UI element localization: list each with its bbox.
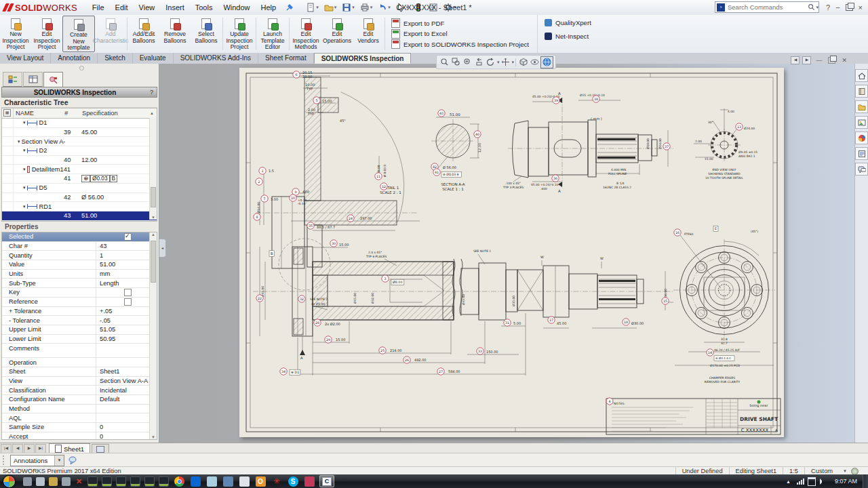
edit-operations-button[interactable]: EditOperations: [321, 16, 353, 52]
taskbar-quick-launch-2[interactable]: [36, 477, 45, 486]
taskbar-sw-doc-1[interactable]: [87, 476, 98, 487]
balloon-1[interactable]: 1: [259, 167, 266, 174]
export-to-pdf-button[interactable]: Export to PDF: [391, 18, 529, 28]
property-value[interactable]: [96, 298, 157, 306]
balloon-2[interactable]: 2: [256, 178, 262, 185]
balloon-38[interactable]: 38: [593, 96, 599, 102]
status-caret[interactable]: ▼: [839, 469, 851, 473]
prev-sheet-button[interactable]: ◀: [12, 444, 23, 453]
tab-sheet-format[interactable]: Sheet Format: [258, 53, 314, 64]
taskbar-sw-doc-5[interactable]: [144, 476, 155, 487]
collapse-all-button[interactable]: ▦: [3, 109, 11, 117]
tree-row-section view a-a[interactable]: ▾Section View A-A: [2, 137, 157, 146]
property-value[interactable]: 51.00: [96, 260, 157, 269]
taskbar-clock[interactable]: 9:07 AM: [835, 478, 857, 485]
tree-scrollbar[interactable]: ▼: [149, 118, 157, 220]
property-value[interactable]: [96, 413, 157, 422]
search-scope-icon[interactable]: ›: [717, 3, 725, 12]
balloon-12[interactable]: 12: [380, 183, 387, 190]
property-value[interactable]: [96, 405, 157, 413]
balloon-8[interactable]: 8: [254, 214, 260, 220]
create-new-template-button[interactable]: CreateNewtemplate: [62, 16, 95, 52]
action-center-icon[interactable]: [808, 477, 816, 486]
tab-view-layout[interactable]: View Layout: [0, 53, 51, 64]
inspection-addin-tab[interactable]: [43, 72, 63, 87]
balloon-25[interactable]: 25: [379, 347, 386, 354]
balloon-22[interactable]: 22: [256, 295, 263, 302]
property-value[interactable]: [96, 288, 157, 297]
export-to-solidworks-inspection-project-button[interactable]: Export to SOLIDWORKS Inspection Project: [391, 39, 529, 49]
balloon-30[interactable]: 30: [330, 240, 337, 247]
pin-menu-icon[interactable]: [285, 3, 294, 12]
design-library-tab[interactable]: [855, 85, 868, 98]
balloon-33[interactable]: 33: [477, 348, 484, 354]
menu-file[interactable]: File: [87, 2, 110, 13]
balloon-6[interactable]: 6: [293, 71, 300, 78]
property-value[interactable]: -.05: [96, 316, 157, 325]
taskbar-active-window[interactable]: C: [319, 475, 334, 487]
balloon-31[interactable]: 31: [504, 319, 511, 326]
tree-row-detailitem141[interactable]: ▾DetailItem141: [2, 165, 157, 174]
taskbar-app-red-blue[interactable]: [304, 476, 315, 487]
balloon-17[interactable]: 17: [548, 317, 555, 323]
balloon-27[interactable]: 27: [437, 368, 444, 375]
rotate-view-icon[interactable]: [485, 57, 496, 68]
view-settings-icon[interactable]: [540, 56, 553, 68]
menu-insert[interactable]: Insert: [160, 2, 190, 13]
file-explorer-tab[interactable]: [855, 100, 868, 113]
panel-grip[interactable]: [79, 66, 84, 70]
taskbar-quick-launch-1[interactable]: [23, 477, 32, 486]
tree-row-41[interactable]: 41⊕Ø0.03B: [2, 174, 157, 184]
custom-properties-tab[interactable]: [855, 147, 868, 160]
panel-help-button[interactable]: ?: [148, 89, 155, 96]
balloon-16[interactable]: 16: [674, 229, 681, 236]
volume-icon[interactable]: [820, 479, 829, 485]
balloon-5[interactable]: 5: [313, 97, 320, 104]
balloon-tool-button[interactable]: [67, 455, 78, 466]
new-inspection-project-button[interactable]: NewInspectionProject: [0, 16, 31, 52]
previous-view-icon[interactable]: [473, 57, 485, 68]
taskbar-sw-doc-3[interactable]: [116, 476, 126, 487]
balloon-24[interactable]: 24: [347, 215, 354, 222]
property-value[interactable]: [96, 344, 157, 357]
annotations-dropdown-caret[interactable]: ▼: [54, 455, 64, 466]
taskbar-quick-launch-3[interactable]: [49, 477, 58, 486]
checkbox[interactable]: [124, 298, 132, 306]
balloon-26[interactable]: 26: [403, 357, 410, 363]
toolbar-grip[interactable]: [3, 455, 7, 465]
balloon-14[interactable]: 14: [707, 349, 713, 356]
balloon-18[interactable]: 18: [623, 319, 629, 325]
edit-vendors-button[interactable]: EditVendors: [353, 16, 384, 52]
search-input[interactable]: [726, 3, 808, 12]
column-specification[interactable]: Specification: [79, 110, 150, 117]
menu-help[interactable]: Help: [256, 2, 282, 13]
tab-annotation[interactable]: Annotation: [51, 53, 98, 64]
propertymanager-tab[interactable]: [23, 72, 43, 87]
tab-solidworks-add-ins[interactable]: SOLIDWORKS Add-Ins: [174, 53, 258, 64]
balloon-11[interactable]: 11: [375, 173, 382, 180]
first-sheet-button[interactable]: |◀: [1, 444, 12, 453]
balloon-15[interactable]: 15: [662, 298, 669, 304]
taskbar-app-close-red[interactable]: ✕: [75, 477, 83, 486]
tree-row-rd1[interactable]: ▾RD1: [2, 202, 157, 211]
property-value[interactable]: 0: [96, 432, 157, 440]
restore-button[interactable]: [846, 4, 853, 11]
menu-edit[interactable]: Edit: [110, 2, 134, 13]
balloon-4[interactable]: 4: [606, 398, 613, 405]
hide-show-items-icon[interactable]: [529, 57, 540, 68]
taskbar-red-asterisk[interactable]: ✳: [272, 476, 282, 487]
taskbar-quick-launch-4[interactable]: [62, 477, 71, 486]
qualityxpert-button[interactable]: QualityXpert: [545, 19, 591, 26]
taskbar-sw-doc-6[interactable]: [159, 476, 169, 487]
tab-evaluate[interactable]: Evaluate: [133, 53, 174, 64]
balloon-32[interactable]: 32: [298, 296, 305, 302]
property-value[interactable]: Incidental: [96, 386, 157, 394]
last-sheet-button[interactable]: ▶|: [35, 444, 46, 453]
property-value[interactable]: mm: [96, 270, 157, 279]
scroll-up-icon[interactable]: ▲: [150, 111, 157, 115]
undo-button[interactable]: ▾: [376, 2, 392, 13]
drawing-sheet[interactable]: 20.1520.0010.00TYP15.002.00TYP45°1.53.00…: [239, 68, 784, 437]
doc-minimize-button[interactable]: —: [816, 57, 822, 64]
doc-restore-button[interactable]: [828, 57, 835, 64]
taskbar-dropbox[interactable]: [191, 476, 201, 487]
